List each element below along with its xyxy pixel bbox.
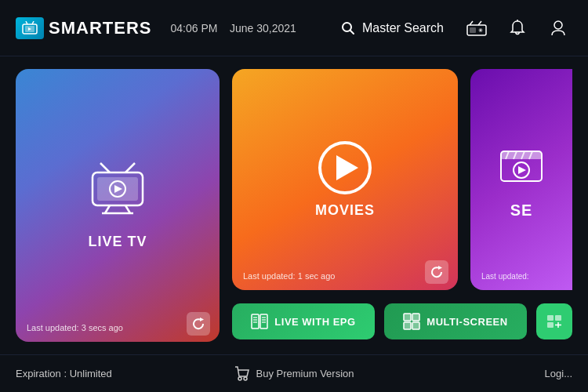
- master-search-button[interactable]: Master Search: [340, 20, 444, 36]
- bell-icon: [510, 20, 525, 37]
- svg-line-15: [100, 163, 110, 172]
- bottom-actions: LIVE WITH EPG MULTI-SCREEN: [232, 301, 572, 342]
- header-icons: [463, 14, 572, 42]
- movies-last-updated: Last updated: 1 sec ago: [243, 271, 335, 281]
- top-cards-row: MOVIES Last updated: 1 sec ago: [232, 69, 572, 290]
- logo-area: SMARTERS: [16, 17, 151, 39]
- svg-rect-46: [547, 315, 554, 321]
- cart-icon: [234, 366, 250, 382]
- svg-rect-34: [252, 314, 259, 328]
- more-icon: [546, 314, 562, 328]
- svg-rect-44: [404, 322, 411, 329]
- svg-point-12: [480, 29, 481, 31]
- multi-screen-button[interactable]: MULTI-SCREEN: [384, 303, 527, 339]
- movies-play-icon: [336, 155, 358, 180]
- live-with-epg-button[interactable]: LIVE WITH EPG: [232, 303, 375, 339]
- svg-line-22: [125, 205, 130, 213]
- multiscreen-icon: [403, 313, 420, 330]
- series-title: SE: [510, 201, 533, 220]
- logo-text: SMARTERS: [49, 18, 151, 38]
- svg-marker-25: [438, 266, 442, 270]
- buy-premium-button[interactable]: Buy Premium Version: [201, 366, 387, 382]
- series-last-updated: Last updated:: [481, 272, 529, 281]
- expiration-label: Expiration : Unlimited: [16, 368, 201, 379]
- svg-line-21: [105, 205, 110, 213]
- right-column: MOVIES Last updated: 1 sec ago: [232, 69, 572, 342]
- svg-line-6: [350, 30, 354, 34]
- svg-line-16: [125, 163, 135, 172]
- svg-rect-10: [470, 27, 476, 33]
- svg-marker-33: [518, 166, 526, 174]
- live-tv-refresh-button[interactable]: [187, 312, 210, 336]
- footer: Expiration : Unlimited Buy Premium Versi…: [0, 354, 588, 392]
- epg-book-icon: [251, 314, 268, 329]
- svg-rect-38: [260, 314, 267, 328]
- svg-rect-45: [412, 322, 419, 329]
- live-tv-icon: [86, 162, 149, 226]
- refresh-icon: [430, 266, 443, 278]
- live-tv-last-updated: Last updated: 3 secs ago: [27, 323, 123, 332]
- svg-point-51: [238, 377, 241, 380]
- movies-refresh-button[interactable]: [425, 260, 448, 284]
- svg-point-14: [554, 21, 562, 29]
- notifications-button[interactable]: [503, 14, 532, 42]
- header-datetime: 04:06 PM June 30,2021: [170, 22, 296, 34]
- more-button[interactable]: [536, 303, 572, 339]
- header: SMARTERS 04:06 PM June 30,2021 Master Se…: [0, 0, 588, 56]
- profile-button[interactable]: [544, 14, 572, 42]
- svg-rect-43: [412, 314, 419, 321]
- search-icon: [340, 20, 356, 36]
- user-icon: [550, 20, 566, 37]
- radio-icon: [466, 20, 487, 36]
- movies-title: MOVIES: [315, 202, 375, 219]
- movies-play-circle: [318, 141, 372, 194]
- series-icon: [498, 140, 545, 194]
- refresh-icon: [192, 318, 205, 330]
- svg-marker-24: [200, 318, 204, 321]
- svg-rect-47: [555, 315, 561, 321]
- radio-button[interactable]: [463, 14, 491, 42]
- series-card[interactable]: SE Last updated:: [470, 69, 572, 290]
- logo-tv-icon: [16, 17, 44, 39]
- movies-card[interactable]: MOVIES Last updated: 1 sec ago: [232, 69, 458, 290]
- main-content: LIVE TV Last updated: 3 secs ago MOVIES …: [0, 56, 588, 354]
- live-tv-title: LIVE TV: [88, 234, 147, 250]
- svg-point-52: [244, 377, 247, 380]
- live-tv-card[interactable]: LIVE TV Last updated: 3 secs ago: [16, 69, 220, 342]
- svg-rect-48: [547, 322, 554, 328]
- svg-rect-42: [404, 314, 411, 321]
- logout-label[interactable]: Logi...: [387, 368, 572, 379]
